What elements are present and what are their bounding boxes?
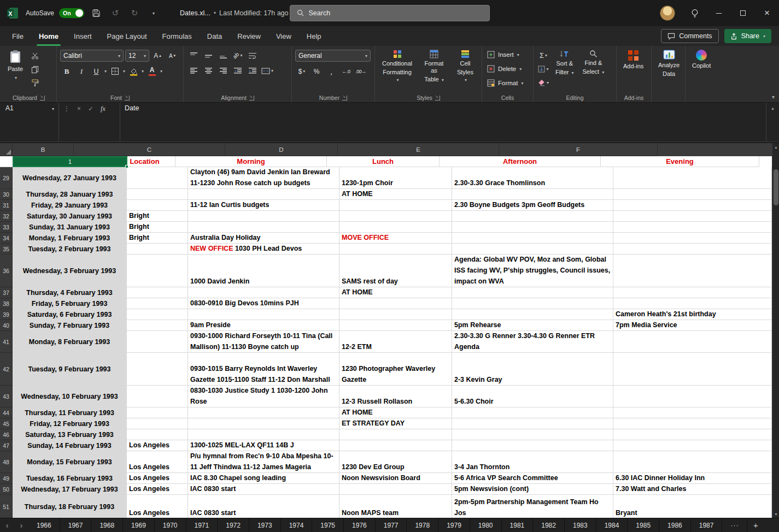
cell-E31[interactable]: 2.30 Boyne Budgets 3pm Geoff Budgets — [452, 200, 613, 211]
cell-A32[interactable]: Saturday, 30 January 1993 — [13, 211, 127, 222]
comma-style-button[interactable]: , — [325, 66, 338, 77]
lightbulb-icon[interactable] — [683, 0, 707, 26]
select-all-button[interactable] — [0, 143, 13, 156]
sheet-tab-1982[interactable]: 1982 — [533, 518, 565, 532]
cell-C50[interactable]: IAC 0830 start — [188, 484, 339, 495]
cell-C46[interactable] — [188, 429, 339, 440]
excel-logo-icon[interactable]: X — [7, 7, 19, 19]
add-sheet-button[interactable]: + — [747, 518, 764, 532]
cell-D45[interactable]: ET STRATEGY DAY — [339, 418, 452, 429]
row-header-41[interactable]: 41 — [0, 331, 13, 353]
cell-F1[interactable]: Evening — [601, 156, 759, 167]
cell-B47[interactable]: Los Angeles — [127, 440, 188, 451]
column-header-E[interactable]: E — [338, 143, 499, 156]
cell-D1[interactable]: Lunch — [327, 156, 440, 167]
sort-filter-button[interactable]: Sort & Filter ▾ — [552, 49, 577, 93]
cell-D51[interactable]: Noon MAPS team — [339, 495, 452, 518]
cell-A49[interactable]: Tuesday, 16 February 1993 — [13, 473, 127, 484]
cell-A29[interactable]: Wednesday, 27 January 1993 — [13, 167, 127, 189]
cell-A47[interactable]: Sunday, 14 February 1993 — [13, 440, 127, 451]
cell-A36[interactable]: Wednesday, 3 February 1993 — [13, 255, 127, 287]
cell-E39[interactable] — [452, 309, 613, 320]
cell-C35[interactable]: NEW OFFICE 1030 PH Lead Devos — [188, 244, 339, 255]
row-header-32[interactable]: 32 — [0, 211, 13, 222]
avatar[interactable] — [660, 5, 675, 21]
formula-input[interactable]: Date — [120, 103, 766, 141]
cell-C43[interactable]: 0830-1030 Justice Study 1 1030-1200 John… — [188, 386, 339, 407]
cell-E33[interactable] — [452, 222, 613, 233]
autosave-toggle[interactable]: On — [59, 8, 84, 18]
font-dialog-launcher[interactable] — [125, 96, 130, 101]
row-header-46[interactable]: 46 — [0, 429, 13, 440]
sheet-tab-1984[interactable]: 1984 — [596, 518, 628, 532]
cell-C44[interactable] — [188, 407, 339, 418]
cell-B50[interactable]: Los Angeles — [127, 484, 188, 495]
autosum-button[interactable]: Σ▾ — [537, 50, 550, 61]
format-as-table-button[interactable]: Format as Table ▾ — [418, 49, 450, 93]
cell-E41[interactable]: 2.30-3.30 G Renner 3.30-4.30 G Renner ET… — [452, 331, 613, 353]
cell-B48[interactable]: Los Angeles — [127, 451, 188, 473]
underline-button[interactable]: U — [90, 66, 103, 77]
cell-E29[interactable]: 2.30-3.30 Grace Thomlinson — [452, 167, 613, 189]
cell-B39[interactable] — [127, 309, 188, 320]
cell-D41[interactable]: 12-2 ETM — [339, 331, 452, 353]
cell-B41[interactable] — [127, 331, 188, 353]
decrease-decimal-button[interactable]: .00→ — [354, 66, 367, 77]
redo-icon[interactable]: ↻ — [127, 6, 142, 20]
search-input[interactable]: Search — [290, 5, 490, 21]
cell-D42[interactable]: 1230 Photographer Waverley Gazette — [339, 353, 452, 386]
sheet-tab-1966[interactable]: 1966 — [28, 518, 60, 532]
minimize-button[interactable]: ─ — [707, 0, 731, 26]
cell-A37[interactable]: Thursday, 4 February 1993 — [13, 287, 127, 298]
cell-F37[interactable] — [613, 287, 772, 298]
cell-A33[interactable]: Sunday, 31 January 1993 — [13, 222, 127, 233]
row-header-38[interactable]: 38 — [0, 298, 13, 309]
cell-F35[interactable] — [613, 244, 772, 255]
fill-color-button[interactable] — [127, 66, 140, 77]
cell-C36[interactable]: 1000 David Jenkin — [188, 255, 339, 287]
insert-function-icon[interactable]: fx — [101, 105, 106, 113]
row-header-40[interactable]: 40 — [0, 320, 13, 331]
cell-B42[interactable] — [127, 353, 188, 386]
bold-button[interactable]: B — [60, 66, 73, 77]
row-header-35[interactable]: 35 — [0, 244, 13, 255]
column-header-D[interactable]: D — [225, 143, 338, 156]
sheet-tab-1974[interactable]: 1974 — [281, 518, 313, 532]
vertical-scrollbar[interactable]: ▲ ▼ — [772, 143, 779, 518]
increase-decimal-button[interactable]: ←.0 — [339, 66, 353, 77]
cell-B38[interactable] — [127, 298, 188, 309]
sheet-tab-1983[interactable]: 1983 — [565, 518, 596, 532]
cell-A1[interactable]: Date — [0, 156, 114, 167]
cell-F48[interactable] — [613, 451, 772, 473]
conditional-formatting-button[interactable]: Conditional Formatting ▾ — [378, 49, 416, 93]
font-color-button[interactable]: A — [145, 66, 159, 77]
sheet-tab-1979[interactable]: 1979 — [438, 518, 470, 532]
sheet-tab-1981[interactable]: 1981 — [502, 518, 534, 532]
cell-D49[interactable]: Noon Newsvision Board — [339, 473, 452, 484]
cell-styles-button[interactable]: Cell Styles ▾ — [452, 49, 478, 93]
font-color-chevron-icon[interactable]: ▾ — [160, 69, 162, 74]
insert-cells-button[interactable]: Insert ▾ — [485, 49, 530, 61]
bottom-align-button[interactable] — [216, 50, 230, 61]
wrap-text-button[interactable] — [246, 50, 259, 61]
sheet-tab-1972[interactable]: 1972 — [218, 518, 249, 532]
cell-E48[interactable]: 3-4 Jan Thornton — [452, 451, 613, 473]
cell-A38[interactable]: Friday, 5 February 1993 — [13, 298, 127, 309]
cell-B51[interactable]: Los Angeles — [127, 495, 188, 518]
fill-button[interactable]: ▾ — [537, 63, 550, 75]
cell-D32[interactable] — [339, 211, 452, 222]
cell-C47[interactable]: 1300-1025 MEL-LAX QF11 14B J — [188, 440, 339, 451]
cell-C32[interactable] — [188, 211, 339, 222]
cell-B1[interactable]: Location — [114, 156, 175, 167]
find-select-button[interactable]: Find & Select ▾ — [579, 49, 608, 93]
cell-D35[interactable] — [339, 244, 452, 255]
cell-C40[interactable]: 9am Preside — [188, 320, 339, 331]
cell-D37[interactable]: AT HOME — [339, 287, 452, 298]
decrease-font-size-button[interactable]: A▾ — [166, 50, 179, 62]
copy-button[interactable] — [28, 63, 42, 75]
cell-B37[interactable] — [127, 287, 188, 298]
row-header-47[interactable]: 47 — [0, 440, 13, 451]
cell-B45[interactable] — [127, 418, 188, 429]
cell-A41[interactable]: Monday, 8 February 1993 — [13, 331, 127, 353]
borders-chevron-icon[interactable]: ▾ — [123, 69, 125, 74]
